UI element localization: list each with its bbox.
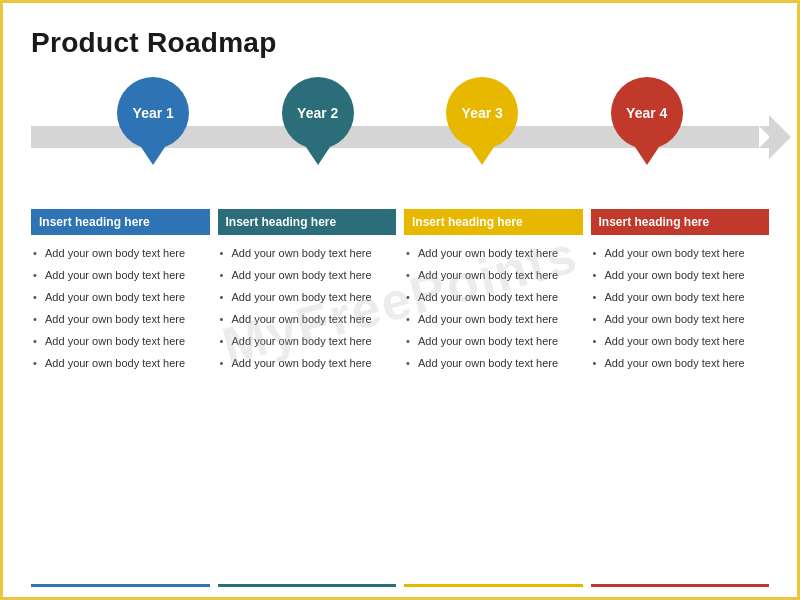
- list-item: Add your own body text here: [31, 243, 210, 265]
- list-item: Add your own body text here: [404, 309, 583, 331]
- column-1: Insert heading hereAdd your own body tex…: [31, 209, 210, 375]
- pin-circle-3: Year 3: [446, 77, 518, 149]
- list-item: Add your own body text here: [404, 353, 583, 375]
- list-item: Add your own body text here: [218, 243, 397, 265]
- pin-year2: Year 2: [282, 77, 354, 149]
- list-item: Add your own body text here: [218, 309, 397, 331]
- list-item: Add your own body text here: [31, 353, 210, 375]
- col-body-4: Add your own body text hereAdd your own …: [591, 243, 770, 375]
- bottom-lines: [31, 584, 769, 587]
- col-body-2: Add your own body text hereAdd your own …: [218, 243, 397, 375]
- pin-year3: Year 3: [446, 77, 518, 149]
- pin-year1: Year 1: [117, 77, 189, 149]
- col-body-3: Add your own body text hereAdd your own …: [404, 243, 583, 375]
- list-item: Add your own body text here: [591, 331, 770, 353]
- list-item: Add your own body text here: [218, 331, 397, 353]
- col-heading-3: Insert heading here: [404, 209, 583, 235]
- bottom-line-4: [591, 584, 770, 587]
- list-item: Add your own body text here: [31, 287, 210, 309]
- bottom-line-1: [31, 584, 210, 587]
- pin-label-2: Year 2: [297, 105, 338, 121]
- list-item: Add your own body text here: [591, 265, 770, 287]
- list-item: Add your own body text here: [218, 287, 397, 309]
- list-item: Add your own body text here: [31, 331, 210, 353]
- list-item: Add your own body text here: [591, 353, 770, 375]
- col-heading-1: Insert heading here: [31, 209, 210, 235]
- list-item: Add your own body text here: [31, 265, 210, 287]
- column-4: Insert heading hereAdd your own body tex…: [591, 209, 770, 375]
- col-body-1: Add your own body text hereAdd your own …: [31, 243, 210, 375]
- pin-label-4: Year 4: [626, 105, 667, 121]
- list-item: Add your own body text here: [591, 309, 770, 331]
- pin-circle-1: Year 1: [117, 77, 189, 149]
- list-item: Add your own body text here: [31, 309, 210, 331]
- pin-label-3: Year 3: [462, 105, 503, 121]
- list-item: Add your own body text here: [591, 243, 770, 265]
- pin-year4: Year 4: [611, 77, 683, 149]
- slide: MyFreePoints Product Roadmap Year 1 Year…: [3, 3, 797, 597]
- list-item: Add your own body text here: [404, 331, 583, 353]
- column-2: Insert heading hereAdd your own body tex…: [218, 209, 397, 375]
- timeline-area: Year 1 Year 2 Year 3 Year 4: [31, 77, 769, 197]
- col-heading-2: Insert heading here: [218, 209, 397, 235]
- timeline-pins: Year 1 Year 2 Year 3 Year 4: [31, 77, 769, 197]
- pin-label-1: Year 1: [133, 105, 174, 121]
- list-item: Add your own body text here: [218, 353, 397, 375]
- pin-circle-2: Year 2: [282, 77, 354, 149]
- columns-area: Insert heading hereAdd your own body tex…: [31, 209, 769, 375]
- list-item: Add your own body text here: [218, 265, 397, 287]
- col-heading-4: Insert heading here: [591, 209, 770, 235]
- page-title: Product Roadmap: [31, 27, 769, 59]
- bottom-line-2: [218, 584, 397, 587]
- list-item: Add your own body text here: [591, 287, 770, 309]
- list-item: Add your own body text here: [404, 243, 583, 265]
- column-3: Insert heading hereAdd your own body tex…: [404, 209, 583, 375]
- pin-circle-4: Year 4: [611, 77, 683, 149]
- list-item: Add your own body text here: [404, 287, 583, 309]
- list-item: Add your own body text here: [404, 265, 583, 287]
- bottom-line-3: [404, 584, 583, 587]
